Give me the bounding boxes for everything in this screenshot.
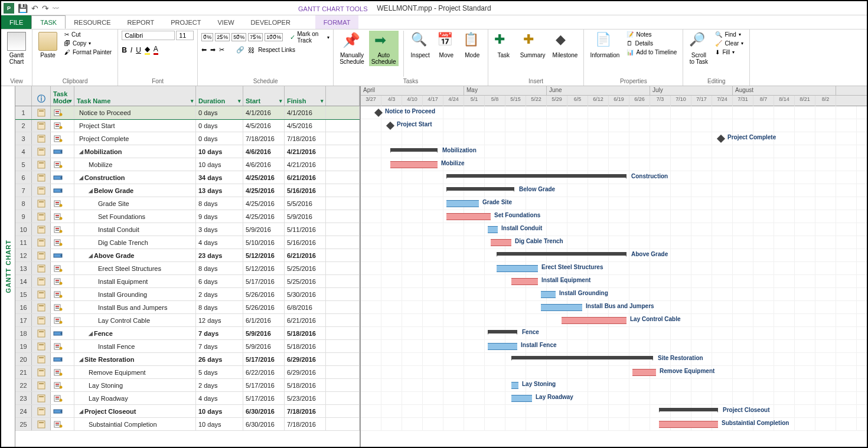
task-name-cell[interactable]: ◢ Below Grade — [74, 184, 196, 197]
outdent-button[interactable]: ⬅ — [201, 46, 207, 54]
row-number[interactable]: 8 — [15, 197, 32, 210]
row-number[interactable]: 11 — [15, 236, 32, 248]
gantt-row[interactable]: Erect Steel Structures — [361, 262, 867, 275]
row-number[interactable]: 23 — [15, 392, 32, 404]
task-row[interactable]: 18◢ Fence7 days5/9/20165/18/2016 — [15, 327, 360, 340]
finish-cell[interactable]: 5/18/2016 — [285, 340, 326, 352]
progress-75-button[interactable]: 75̄% — [248, 33, 263, 41]
task-name-cell[interactable]: Lay Control Cable — [74, 314, 196, 326]
duration-cell[interactable]: 5 days — [196, 366, 243, 378]
task-row[interactable]: 23Lay Roadway4 days5/17/20165/23/2016 — [15, 392, 360, 405]
summary-bar[interactable] — [659, 408, 718, 411]
mode-button[interactable]: 📋 Mode — [461, 31, 484, 60]
mode-cell[interactable] — [51, 197, 74, 210]
task-name-cell[interactable]: Project Complete — [74, 132, 196, 145]
gantt-row[interactable]: Notice to Proceed — [361, 106, 867, 119]
gantt-row[interactable]: Set Foundations — [361, 210, 867, 223]
finish-cell[interactable]: 5/5/2016 — [285, 197, 326, 210]
start-cell[interactable]: 5/9/2016 — [243, 223, 285, 236]
duration-cell[interactable]: 23 days — [196, 249, 243, 261]
tab-format[interactable]: FORMAT — [315, 15, 359, 29]
gantt-chart-pane[interactable]: AprilMayJuneJulyAugust 3/274/34/104/174/… — [361, 86, 867, 447]
information-button[interactable]: 📄 Information — [588, 31, 622, 60]
task-row[interactable]: 19Install Fence7 days5/9/20165/18/2016 — [15, 340, 360, 353]
mode-cell[interactable] — [51, 327, 74, 339]
task-name-cell[interactable]: Project Start — [74, 119, 196, 132]
gantt-chart-button[interactable]: Gantt Chart — [5, 31, 28, 66]
summary-bar[interactable] — [446, 174, 626, 178]
start-cell[interactable]: 5/17/2016 — [243, 392, 285, 404]
row-number[interactable]: 13 — [15, 262, 32, 274]
finish-cell[interactable]: 4/5/2016 — [285, 119, 326, 132]
gantt-row[interactable]: Above Grade — [361, 249, 867, 262]
duration-cell[interactable]: 2 days — [196, 379, 243, 391]
mode-cell[interactable] — [51, 288, 74, 300]
gantt-row[interactable]: Install Fence — [361, 340, 867, 353]
start-cell[interactable]: 5/10/2016 — [243, 236, 285, 248]
indent-button[interactable]: ➡ — [210, 46, 216, 54]
finish-cell[interactable]: 6/29/2016 — [285, 353, 326, 365]
row-number[interactable]: 14 — [15, 275, 32, 287]
gantt-row[interactable]: Below Grade — [361, 184, 867, 197]
task-bar[interactable] — [511, 278, 538, 285]
duration-cell[interactable]: 8 days — [196, 197, 243, 210]
task-name-cell[interactable]: ◢ Site Restoration — [74, 353, 196, 365]
progress-50-button[interactable]: 50̄% — [231, 33, 246, 41]
mode-cell[interactable] — [51, 119, 74, 132]
task-row[interactable]: 1Notice to Proceed0 days4/1/20164/1/2016 — [15, 106, 360, 119]
duration-cell[interactable]: 7 days — [196, 340, 243, 352]
finish-cell[interactable]: 4/21/2016 — [285, 158, 326, 171]
finish-cell[interactable]: 5/16/2016 — [285, 236, 326, 248]
task-bar[interactable] — [541, 291, 556, 298]
duration-cell[interactable]: 6 days — [196, 275, 243, 287]
row-number[interactable]: 4 — [15, 145, 32, 158]
underline-button[interactable]: U — [136, 46, 141, 54]
progress-100-button[interactable]: 10̄0̄% — [265, 33, 283, 41]
task-name-cell[interactable]: Mobilize — [74, 158, 196, 171]
header-finish[interactable]: Finish▾ — [285, 86, 326, 106]
start-cell[interactable]: 4/5/2016 — [243, 119, 285, 132]
mode-cell[interactable] — [51, 236, 74, 248]
gantt-row[interactable]: Project Complete — [361, 132, 867, 145]
task-bar[interactable] — [488, 226, 498, 233]
task-bar[interactable] — [497, 265, 538, 272]
start-cell[interactable]: 4/25/2016 — [243, 210, 285, 223]
move-button[interactable]: 📅 Move — [435, 31, 458, 60]
insert-milestone-button[interactable]: ◆ Milestone — [550, 31, 580, 60]
gantt-row[interactable]: Remove Equipment — [361, 366, 867, 379]
task-row[interactable]: 7◢ Below Grade13 days4/25/20165/16/2016 — [15, 184, 360, 197]
task-row[interactable]: 4◢ Mobilization10 days4/6/20164/21/2016 — [15, 145, 360, 158]
header-rownum[interactable] — [15, 86, 32, 106]
task-name-cell[interactable]: Lay Stoning — [74, 379, 196, 391]
redo-icon[interactable]: ↷ — [42, 4, 49, 13]
clear-button[interactable]: 🧹Clear▾ — [713, 40, 746, 47]
row-number[interactable]: 6 — [15, 171, 32, 184]
undo-icon[interactable]: ↶ — [31, 4, 38, 13]
insert-task-button[interactable]: ✚ Task — [492, 31, 515, 60]
mode-cell[interactable] — [51, 392, 74, 404]
respect-links-button[interactable]: Respect Links — [258, 47, 295, 53]
summary-bar[interactable] — [446, 187, 514, 191]
start-cell[interactable]: 5/9/2016 — [243, 340, 285, 352]
duration-cell[interactable]: 2 days — [196, 288, 243, 300]
finish-cell[interactable]: 6/21/2016 — [285, 249, 326, 261]
details-button[interactable]: 🗒Details — [624, 40, 679, 47]
mode-cell[interactable] — [51, 379, 74, 391]
task-name-cell[interactable]: Erect Steel Structures — [74, 262, 196, 274]
start-cell[interactable]: 6/30/2016 — [243, 405, 285, 417]
task-row[interactable]: 13Erect Steel Structures8 days5/12/20165… — [15, 262, 360, 275]
link-button[interactable]: 🔗 — [236, 46, 244, 54]
fill-button[interactable]: ⬇Fill▾ — [713, 48, 746, 56]
finish-cell[interactable]: 7/18/2016 — [285, 418, 326, 430]
gantt-row[interactable]: Mobilize — [361, 158, 867, 171]
row-number[interactable]: 21 — [15, 366, 32, 378]
task-name-cell[interactable]: ◢ Construction — [74, 171, 196, 184]
row-number[interactable]: 17 — [15, 314, 32, 326]
task-bar[interactable] — [390, 161, 438, 168]
gantt-row[interactable]: Lay Roadway — [361, 392, 867, 405]
finish-cell[interactable]: 6/21/2016 — [285, 171, 326, 184]
header-duration[interactable]: Duration▾ — [196, 86, 243, 106]
fill-color-button[interactable]: ◆ — [145, 45, 150, 55]
task-row[interactable]: 5Mobilize10 days4/6/20164/21/2016 — [15, 158, 360, 171]
start-cell[interactable]: 4/25/2016 — [243, 171, 285, 184]
